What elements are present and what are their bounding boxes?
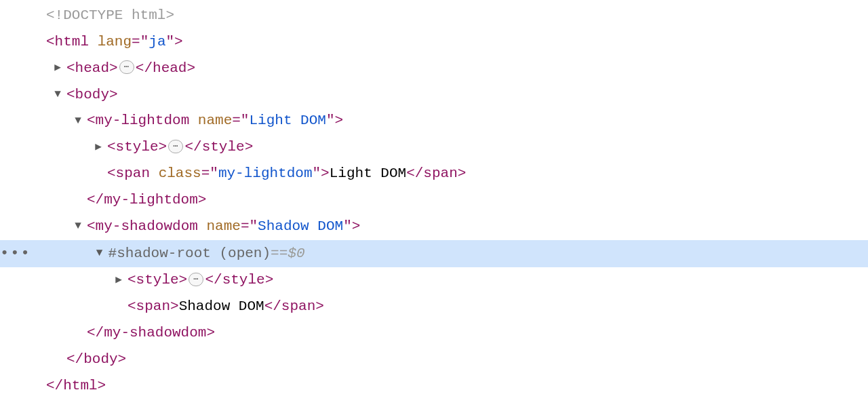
my-lightdom-close-tag: </my-lightdom> <box>87 187 206 214</box>
shadow-style-close-tag: </style> <box>205 267 273 294</box>
head-close-tag: </head> <box>136 56 195 82</box>
my-lightdom-open-tag: <my-lightdom name="Light DOM"> <box>87 108 343 134</box>
node-shadow-style[interactable]: ▶ <style> ⋯ </style> <box>0 267 868 294</box>
collapse-arrow-icon[interactable]: ▼ <box>50 85 65 105</box>
node-lightdom-style[interactable]: ▶ <style> ⋯ </style> <box>0 134 868 161</box>
shadow-span-text: Shadow DOM <box>179 294 264 320</box>
ellipsis-pill[interactable]: ⋯ <box>168 140 183 153</box>
my-shadowdom-close-tag: </my-shadowdom> <box>87 320 215 347</box>
expand-arrow-icon[interactable]: ▶ <box>111 271 126 291</box>
ellipsis-pill[interactable]: ⋯ <box>119 60 134 74</box>
doctype-text: <!DOCTYPE html> <box>46 3 174 29</box>
ellipsis-pill[interactable]: ⋯ <box>189 273 203 286</box>
html-close-tag: </html> <box>46 373 106 400</box>
node-my-lightdom-open[interactable]: ▼ <my-lightdom name="Light DOM"> <box>0 108 868 134</box>
lightdom-span-close: </span> <box>406 161 466 187</box>
node-html-close[interactable]: </html> <box>0 373 868 400</box>
node-lightdom-span[interactable]: <span class="my-lightdom"> Light DOM</sp… <box>0 161 868 187</box>
body-open-tag: <body> <box>66 82 118 109</box>
html-open-tag: <html lang="ja"> <box>46 29 183 56</box>
node-my-shadowdom-close[interactable]: </my-shadowdom> <box>0 320 868 347</box>
node-shadow-root[interactable]: ••• ▼ #shadow-root (open) == $0 <box>0 240 868 268</box>
head-open-tag: <head> <box>66 56 118 82</box>
expand-arrow-icon[interactable]: ▶ <box>50 58 65 79</box>
node-doctype[interactable]: <!DOCTYPE html> <box>0 3 868 29</box>
expand-arrow-icon[interactable]: ▶ <box>91 138 106 158</box>
shadow-root-label: #shadow-root (open) <box>108 241 271 267</box>
node-body-open[interactable]: ▼ <body> <box>0 82 868 109</box>
lightdom-span-text: Light DOM <box>330 161 406 187</box>
node-head[interactable]: ▶ <head> ⋯ </head> <box>0 56 868 82</box>
node-shadow-span[interactable]: <span>Shadow DOM</span> <box>0 294 868 320</box>
shadow-style-open-tag: <style> <box>127 267 187 294</box>
selection-dollar: $0 <box>288 241 304 267</box>
collapse-arrow-icon[interactable]: ▼ <box>71 111 85 132</box>
gutter-more-icon[interactable]: ••• <box>0 240 31 268</box>
shadow-span-open: <span> <box>127 294 179 320</box>
body-close-tag: </body> <box>66 347 126 373</box>
my-shadowdom-open-tag: <my-shadowdom name="Shadow DOM"> <box>87 214 360 240</box>
style-open-tag: <style> <box>107 134 167 161</box>
collapse-arrow-icon[interactable]: ▼ <box>92 244 107 264</box>
dom-tree: <!DOCTYPE html> <html lang="ja"> ▶ <head… <box>0 0 868 407</box>
shadow-span-close: </span> <box>264 294 324 320</box>
node-html-open[interactable]: <html lang="ja"> <box>0 29 868 56</box>
collapse-arrow-icon[interactable]: ▼ <box>71 216 85 237</box>
lightdom-span-open: <span class="my-lightdom"> <box>107 161 330 187</box>
selection-eq: == <box>271 241 288 267</box>
node-my-shadowdom-open[interactable]: ▼ <my-shadowdom name="Shadow DOM"> <box>0 214 868 240</box>
node-my-lightdom-close[interactable]: </my-lightdom> <box>0 187 868 214</box>
node-body-close[interactable]: </body> <box>0 347 868 373</box>
style-close-tag: </style> <box>184 134 253 161</box>
